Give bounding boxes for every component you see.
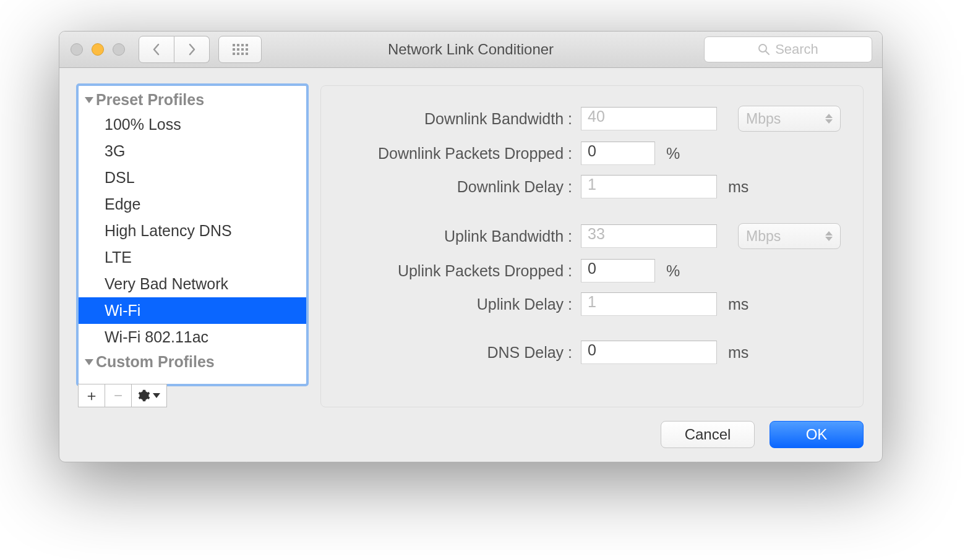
remove-profile-button[interactable]: − (105, 384, 132, 407)
window-controls (71, 43, 125, 56)
disclosure-triangle-icon (85, 359, 93, 365)
uplink-bandwidth-unit-select[interactable]: Mbps (738, 223, 841, 249)
list-item[interactable]: Wi-Fi 802.11ac (79, 324, 306, 350)
zoom-window-button[interactable] (113, 43, 125, 56)
uplink-delay-label: Uplink Delay : (343, 295, 581, 313)
stepper-icon (825, 231, 833, 241)
profile-actions-menu[interactable] (132, 384, 167, 407)
sidebar-column: Preset Profiles 100% Loss3GDSLEdgeHigh L… (78, 85, 307, 407)
downlink-dropped-label: Downlink Packets Dropped : (343, 145, 581, 163)
profiles-sidebar[interactable]: Preset Profiles 100% Loss3GDSLEdgeHigh L… (78, 85, 307, 384)
gear-icon (138, 389, 150, 402)
plus-icon: ＋ (84, 386, 99, 405)
custom-profiles-label: Custom Profiles (96, 353, 215, 371)
list-item[interactable]: 3G (79, 138, 306, 164)
minus-icon: − (114, 387, 122, 404)
uplink-delay-input[interactable]: 1 (581, 292, 717, 316)
search-icon (758, 43, 770, 56)
close-window-button[interactable] (71, 43, 83, 56)
percent-unit: % (666, 145, 680, 163)
stepper-icon (825, 114, 833, 124)
dns-delay-label: DNS Delay : (343, 344, 581, 362)
search-placeholder: Search (775, 41, 818, 57)
list-item[interactable]: Edge (79, 191, 306, 218)
preset-profiles-label: Preset Profiles (96, 91, 204, 109)
sidebar-toolbar: ＋ − (78, 384, 307, 407)
nav-group (139, 36, 210, 63)
custom-profiles-header[interactable]: Custom Profiles (79, 350, 306, 373)
ms-unit: ms (728, 344, 748, 362)
settings-panel: Downlink Bandwidth : 40 Mbps Downlink Pa… (320, 85, 864, 407)
search-input[interactable]: Search (704, 36, 872, 62)
list-item[interactable]: LTE (79, 244, 306, 271)
downlink-bandwidth-label: Downlink Bandwidth : (343, 110, 581, 128)
downlink-delay-input[interactable]: 1 (581, 175, 717, 198)
uplink-bandwidth-input[interactable]: 33 (581, 224, 717, 248)
uplink-bandwidth-label: Uplink Bandwidth : (343, 227, 581, 245)
uplink-dropped-input[interactable]: 0 (581, 259, 655, 282)
prefs-window: Network Link Conditioner Search Preset P… (59, 31, 883, 462)
show-all-button[interactable] (218, 36, 262, 63)
list-item[interactable]: Very Bad Network (79, 271, 306, 297)
ok-button[interactable]: OK (770, 421, 864, 448)
svg-point-0 (759, 45, 766, 52)
uplink-dropped-label: Uplink Packets Dropped : (343, 262, 581, 280)
body: Preset Profiles 100% Loss3GDSLEdgeHigh L… (59, 68, 882, 421)
unit-label: Mbps (746, 228, 781, 245)
ms-unit: ms (728, 295, 748, 313)
list-item[interactable]: DSL (79, 164, 306, 191)
svg-line-1 (766, 51, 769, 54)
downlink-bandwidth-input[interactable]: 40 (581, 107, 717, 130)
percent-unit: % (666, 262, 680, 280)
forward-button[interactable] (174, 36, 210, 63)
unit-label: Mbps (746, 111, 781, 127)
disclosure-triangle-icon (85, 97, 93, 103)
cancel-button[interactable]: Cancel (661, 421, 755, 448)
grid-icon (233, 44, 248, 55)
minimize-window-button[interactable] (92, 43, 104, 56)
downlink-dropped-input[interactable]: 0 (581, 142, 655, 165)
list-item[interactable]: 100% Loss (79, 111, 306, 138)
ms-unit: ms (728, 178, 748, 196)
dns-delay-input[interactable]: 0 (581, 341, 717, 364)
back-button[interactable] (139, 36, 174, 63)
titlebar: Network Link Conditioner Search (59, 32, 882, 68)
preset-profiles-header[interactable]: Preset Profiles (79, 88, 306, 111)
downlink-delay-label: Downlink Delay : (343, 178, 581, 196)
downlink-bandwidth-unit-select[interactable]: Mbps (738, 106, 841, 132)
chevron-down-icon (153, 393, 160, 398)
add-profile-button[interactable]: ＋ (78, 384, 105, 407)
list-item[interactable]: High Latency DNS (79, 218, 306, 244)
list-item[interactable]: Wi-Fi (79, 297, 306, 324)
dialog-footer: Cancel OK (59, 421, 882, 462)
